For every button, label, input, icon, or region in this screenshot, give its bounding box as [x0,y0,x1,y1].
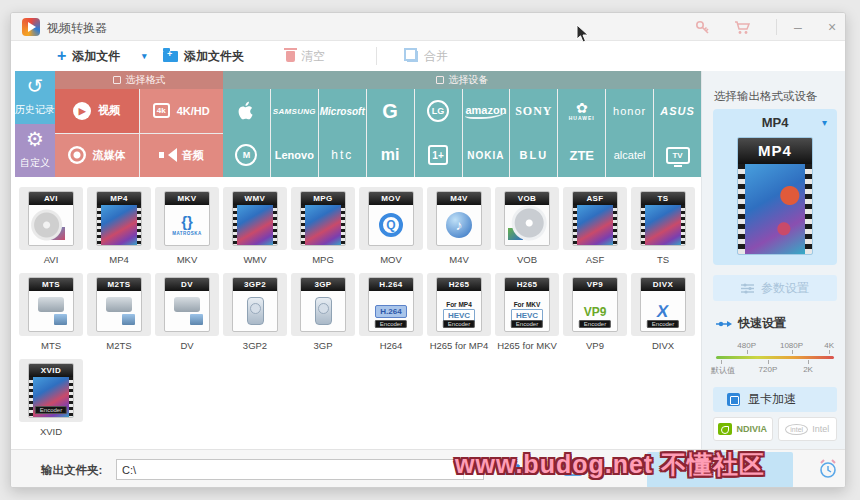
format-h264[interactable]: H.264H.264Encoder H264 [359,273,423,351]
device-sony[interactable]: SONY [510,89,557,133]
device-samsung[interactable]: SAMSUNG [271,89,318,133]
sidebar-item-history[interactable]: ↺ 历史记录 [15,71,55,124]
category-stream-button[interactable]: 流媒体 [55,134,139,178]
category-video-button[interactable]: ▶ 视频 [55,89,139,133]
play-icon: ▶ [73,102,91,120]
speaker-icon [159,148,175,162]
device-alcatel[interactable]: alcatel [606,133,653,177]
output-panel-title: 选择输出格式或设备 [714,89,818,104]
format-vp9[interactable]: VP9VP9Encoder VP9 [563,273,627,351]
trash-icon [286,51,295,62]
device-nokia[interactable]: NOKIA [463,133,510,177]
selected-format-card[interactable]: MP4 ▾ MP4 [713,109,837,265]
slider-label-480p: 480P [737,341,756,350]
close-button[interactable]: × [817,16,846,38]
quick-settings-header: 快速设置 [716,315,786,332]
slider-label-default: 默认值 [711,365,735,376]
category-audio-button[interactable]: 音频 [140,134,224,178]
device-motorola[interactable]: M [223,133,270,177]
format-row-3: XVIDEncoder XVID [19,359,83,437]
intel-label: Intel [812,424,829,434]
format-avi[interactable]: AVI AVI [19,187,83,265]
4khd-label: 4K/HD [177,105,210,117]
titlebar-separator [776,19,777,35]
format-h265-mkv[interactable]: H265For MKVHEVCEncoder H265 for MKV [495,273,559,351]
slider-label-2k: 2K [803,365,813,374]
gpu-vendor-row: NDIVIA intel Intel [713,417,837,441]
app-logo-icon [22,18,40,36]
output-path-combobox[interactable]: ▾ [116,459,484,480]
format-mkv[interactable]: MKV{}MATROSKA MKV [155,187,219,265]
add-file-button[interactable]: + 添加文件 [57,47,120,65]
device-mi[interactable]: mi [367,133,414,177]
history-clock-icon: ↺ [15,71,55,103]
toolbar-separator [376,47,377,65]
minimize-button[interactable]: – [783,16,813,38]
slider-label-4k: 4K [824,341,834,350]
device-honor[interactable]: honor [606,89,653,133]
clear-button[interactable]: 清空 [286,47,325,65]
resolution-slider[interactable]: 480P 1080P 4K 默认值 720P 2K [716,339,834,379]
format-mpg[interactable]: MPG MPG [291,187,355,265]
device-blu[interactable]: BLU [510,133,557,177]
device-huawei[interactable]: ✿ HUAWEI [558,89,605,133]
selected-format-label: MP4 [713,115,837,130]
format-mts[interactable]: MTS MTS [19,273,83,351]
history-label: 历史记录 [15,104,55,115]
titlebar: 视频转换器 – × [11,13,845,41]
device-asus[interactable]: ASUS [654,89,701,133]
device-tv[interactable]: TV [654,133,701,177]
merge-button[interactable]: 合并 [407,47,448,65]
register-key-icon[interactable] [694,18,712,36]
format-panel-header: 选择格式 [55,71,223,89]
format-header-icon [113,76,121,84]
device-apple[interactable] [223,89,270,133]
gpu-acceleration-button[interactable]: 显卡加速 [713,387,837,412]
format-xvid[interactable]: XVIDEncoder XVID [19,359,83,437]
itunes-note-icon: ♪ [446,212,472,238]
format-h265-mp4[interactable]: H265For MP4HEVCEncoder H265 for MP4 [427,273,491,351]
quicktime-icon: Q [379,213,403,237]
format-asf[interactable]: ASF ASF [563,187,627,265]
format-dropdown-icon[interactable]: ▾ [822,117,827,128]
format-divx[interactable]: DIVXXEncoder DIVX [631,273,695,351]
device-header-label: 选择设备 [449,73,489,87]
device-lenovo[interactable]: Lenovo [271,133,318,177]
device-amazon[interactable]: amazon [463,89,510,133]
format-vob[interactable]: VOB VOB [495,187,559,265]
format-wmv[interactable]: WMV WMV [223,187,287,265]
alarm-clock-icon[interactable] [817,458,839,480]
cart-icon[interactable] [733,18,751,36]
device-microsoft[interactable]: Microsoft [319,89,366,133]
slider-track[interactable] [716,356,834,359]
device-google[interactable]: G [367,89,414,133]
sidebar-item-custom[interactable]: ⚙ 自定义 [15,124,55,177]
format-m4v[interactable]: M4V♪ M4V [427,187,491,265]
format-dv[interactable]: DV DV [155,273,219,351]
format-category-buttons: ▶ 视频 4k 4K/HD 流媒体 音频 [55,89,223,177]
format-3gp2[interactable]: 3GP2 3GP2 [223,273,287,351]
format-m2ts[interactable]: M2TS M2TS [87,273,151,351]
nvidia-toggle[interactable]: NDIVIA [713,417,773,441]
device-lg[interactable]: LG [415,89,462,133]
intel-toggle[interactable]: intel Intel [778,417,838,441]
oneplus-logo-icon: 1+ [428,145,448,165]
gpu-acceleration-label: 显卡加速 [748,391,796,408]
add-file-dropdown-icon[interactable]: ▾ [142,47,147,65]
device-oneplus[interactable]: 1+ [415,133,462,177]
device-zte[interactable]: ZTE [558,133,605,177]
format-mp4[interactable]: MP4 MP4 [87,187,151,265]
intel-logo-icon: intel [785,424,808,435]
format-3gp[interactable]: 3GP 3GP [291,273,355,351]
format-mov[interactable]: MOVQ MOV [359,187,423,265]
add-folder-button[interactable]: 添加文件夹 [163,47,244,65]
format-header-label: 选择格式 [126,73,166,87]
output-path-input[interactable] [117,460,463,479]
parameter-settings-button[interactable]: 参数设置 [713,275,837,301]
huawei-flower-icon: ✿ [576,101,588,115]
format-ts[interactable]: TS TS [631,187,695,265]
output-panel: 选择输出格式或设备 MP4 ▾ MP4 参数设置 快速设置 480P 1080P… [701,71,846,449]
category-4khd-button[interactable]: 4k 4K/HD [140,89,224,133]
merge-icon [407,51,418,62]
device-htc[interactable]: htc [319,133,366,177]
